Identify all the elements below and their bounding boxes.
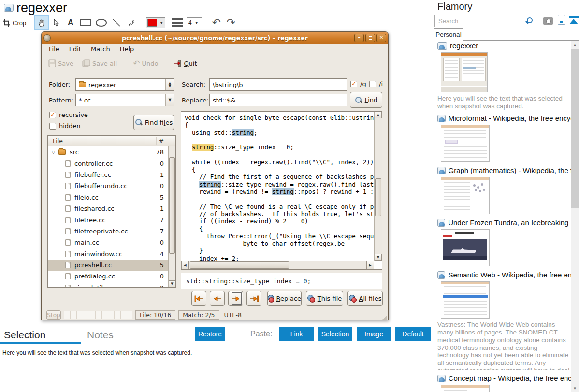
scrollbar-thumb[interactable] [375, 178, 381, 216]
file-row[interactable]: main.cc0 [48, 237, 168, 248]
paste-selection-button[interactable]: Selection [318, 327, 352, 341]
crop-button[interactable]: Crop [0, 15, 30, 30]
file-row[interactable]: prefdialog.cc0 [48, 271, 168, 282]
code-view[interactable]: void check_for_single_byte_escape(const … [181, 111, 382, 270]
snapshot-thumbnail[interactable] [441, 52, 488, 92]
code-hscrollbar[interactable]: ◀ ▶ [181, 261, 374, 269]
hidden-checkbox[interactable]: hidden [49, 122, 81, 130]
replace-button[interactable]: Replace [267, 291, 302, 306]
note-icon[interactable] [558, 15, 565, 25]
next-match-button[interactable] [228, 291, 243, 306]
tab-selection[interactable]: Selection [4, 329, 45, 341]
select-tool-button[interactable] [49, 15, 63, 30]
file-row[interactable]: fileshared.cc1 [48, 203, 168, 214]
prev-match-button[interactable] [210, 291, 225, 306]
menu-match[interactable]: Match [87, 44, 115, 54]
file-row[interactable]: filebuffer.cc1 [48, 169, 168, 180]
find-button[interactable]: Find [350, 92, 382, 108]
scroll-right-button[interactable]: ▶ [366, 261, 374, 269]
snapshot-thumbnail[interactable] [441, 385, 490, 392]
last-match-button[interactable] [246, 291, 261, 306]
minimize-button[interactable]: – [354, 34, 364, 42]
ellipse-tool-button[interactable] [93, 15, 109, 30]
pattern-combo[interactable]: *.cc ▼ [75, 94, 174, 106]
find-files-button[interactable]: Find files [133, 115, 174, 130]
flag-g-checkbox[interactable]: /g [350, 80, 366, 87]
camera-icon[interactable] [543, 17, 553, 25]
scroll-down-button[interactable]: ▼ [375, 254, 382, 261]
snapshot-thumbnail[interactable] [441, 229, 490, 266]
paste-default-button[interactable]: Default [395, 327, 431, 341]
file-row[interactable]: pcreshell.cc5 [48, 260, 168, 271]
color-picker[interactable]: ▼ [146, 17, 165, 28]
replace-input[interactable] [209, 94, 347, 106]
scroll-left-button[interactable]: ◀ [181, 261, 189, 269]
file-row[interactable]: filetree.cc7 [48, 214, 168, 225]
text-tool-button[interactable]: A [63, 15, 78, 30]
file-row[interactable]: signalutils.cc0 [48, 282, 168, 287]
file-row[interactable]: mainwindow.cc4 [48, 248, 168, 260]
scrollbar-thumb[interactable] [169, 157, 175, 254]
save-button[interactable]: Save [45, 58, 76, 69]
flamory-logo-icon[interactable] [569, 16, 579, 24]
expander-icon[interactable]: ▽ [52, 150, 58, 155]
maximize-button[interactable] [365, 34, 375, 42]
scrollbar-thumb[interactable] [571, 49, 579, 208]
file-row[interactable]: filebufferundo.cc0 [48, 180, 168, 191]
close-button[interactable]: ✕ [376, 34, 386, 42]
snapshot-thumbnail[interactable] [441, 125, 490, 162]
snapshot-title[interactable]: Graph (mathematics) - Wikipedia, the fre… [449, 166, 571, 174]
spin-buttons[interactable]: ▲▼ [165, 79, 174, 90]
file-list-scrollbar[interactable]: ▼ [168, 146, 175, 287]
undo-edit-button[interactable]: ↶ Undo [130, 58, 161, 69]
scrollbar-thumb[interactable] [190, 261, 289, 269]
file-row[interactable]: filetreeprivate.cc7 [48, 226, 168, 237]
search-icon[interactable] [525, 17, 533, 25]
scroll-down-icon[interactable]: ▼ [571, 384, 579, 392]
stop-button[interactable]: Stop [46, 310, 61, 320]
menu-help[interactable]: Help [116, 44, 139, 54]
file-row[interactable]: controller.cc0 [48, 158, 168, 169]
tab-personal[interactable]: Personal [434, 28, 463, 41]
snapshot-title[interactable]: Concept map - Wikipedia, the free encycl… [449, 374, 571, 382]
save-all-button[interactable]: Save all [79, 58, 120, 69]
file-list-header[interactable]: File # [48, 136, 175, 146]
file-row[interactable]: fileio.cc5 [48, 192, 168, 203]
snapshot-title[interactable]: Under Frozen Tundra, an Icebreaking Ship… [448, 218, 571, 227]
first-match-button[interactable] [191, 291, 206, 306]
quit-button[interactable]: Quit [171, 58, 200, 69]
menu-file[interactable]: File [44, 44, 64, 54]
snapshot-title[interactable]: Microformat - Wikipedia, the free encycl… [449, 114, 571, 122]
code-vscrollbar[interactable]: ▲ ▼ [374, 112, 382, 261]
rectangle-tool-button[interactable] [78, 15, 93, 30]
search-input[interactable] [434, 15, 536, 27]
replace-this-file-button[interactable]: This file [306, 291, 343, 306]
redo-button[interactable]: ↷ [224, 15, 238, 30]
snapshot-thumbnail[interactable] [441, 281, 490, 319]
replace-all-files-button[interactable]: All files [347, 291, 383, 306]
tab-notes[interactable]: Notes [87, 329, 114, 341]
flag-i-checkbox[interactable]: /i [369, 80, 383, 87]
dropdown-arrow[interactable]: ▼ [165, 94, 174, 106]
snapshot-title[interactable]: Semantic Web - Wikipedia, the free encyc… [448, 271, 571, 279]
line-tool-button[interactable] [109, 15, 124, 30]
search-input[interactable] [209, 78, 347, 91]
paste-link-button[interactable]: Link [279, 327, 314, 341]
thickness-button[interactable] [170, 15, 185, 30]
recursive-checkbox[interactable]: recursive [49, 111, 88, 118]
size-dropdown[interactable]: 4 ▼ [187, 17, 202, 28]
restore-button[interactable]: Restore [195, 327, 225, 341]
snapshot-thumbnail[interactable] [441, 177, 490, 214]
undo-button[interactable]: ↶ [209, 15, 224, 30]
pan-tool-button[interactable] [34, 15, 49, 30]
sidebar-scrollbar[interactable]: ▲ ▼ [571, 41, 579, 392]
window-titlebar[interactable]: pcreshell.cc (~/source/gnome/regexxer/sr… [42, 32, 388, 44]
folder-combo[interactable]: regexxer ▲▼ [75, 78, 174, 91]
freehand-tool-button[interactable] [124, 15, 139, 30]
paste-image-button[interactable]: Image [357, 327, 391, 341]
scroll-up-icon[interactable]: ▲ [571, 41, 579, 49]
file-row[interactable]: ▽src78 [48, 146, 168, 158]
menu-edit[interactable]: Edit [65, 44, 86, 54]
scroll-up-button[interactable]: ▲ [375, 112, 382, 118]
snapshot-title[interactable]: regexxer [450, 42, 478, 50]
